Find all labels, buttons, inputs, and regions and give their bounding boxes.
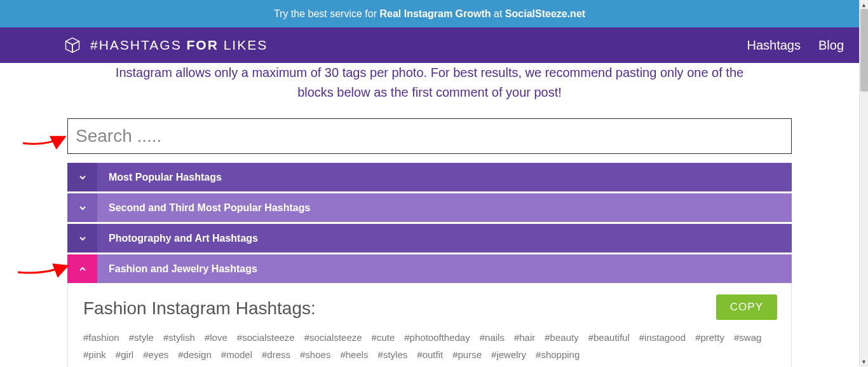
accordion-panel-fashion: COPY Fashion Instagram Hashtags: #fashio… bbox=[67, 283, 792, 367]
hashtag: #design bbox=[178, 346, 212, 363]
accordion-header-most-popular[interactable]: Most Popular Hashtags bbox=[67, 163, 792, 191]
nav-hashtags[interactable]: Hashtags bbox=[747, 38, 801, 53]
hashtag: #fashion bbox=[83, 329, 119, 346]
accordion-label: Fashion and Jewelry Hashtags bbox=[97, 254, 792, 283]
scroll-down-icon[interactable]: ▼ bbox=[861, 357, 867, 367]
hashtag: #stylish bbox=[163, 329, 195, 346]
hashtag: #nails bbox=[480, 329, 505, 346]
promo-banner[interactable]: Try the best service for Real Instagram … bbox=[0, 0, 859, 27]
nav-blog[interactable]: Blog bbox=[818, 38, 844, 53]
hashtag: #model bbox=[221, 346, 252, 363]
hashtag: #heels bbox=[340, 346, 368, 363]
hashtag: #outfit bbox=[417, 346, 443, 363]
scrollbar-thumb[interactable] bbox=[860, 9, 868, 92]
hashtag: #beautiful bbox=[588, 329, 630, 346]
brand[interactable]: #HASHTAGS FOR LIKES bbox=[64, 36, 268, 54]
brand-text: #HASHTAGS FOR LIKES bbox=[90, 38, 268, 53]
intro-text: Instagram allows only a maximum of 30 ta… bbox=[67, 63, 792, 118]
hashtag: #beauty bbox=[545, 329, 578, 346]
chevron-down-icon bbox=[67, 163, 97, 191]
hashtag: #love bbox=[205, 329, 227, 346]
hashtag: #socialsteeze bbox=[304, 329, 362, 346]
hashtag: #styles bbox=[378, 346, 408, 363]
hashtag: #hair bbox=[514, 329, 535, 346]
chevron-down-icon bbox=[67, 193, 97, 222]
accordion-header-fashion[interactable]: Fashion and Jewelry Hashtags bbox=[67, 254, 792, 283]
accordion: Most Popular Hashtags Second and Third M… bbox=[67, 163, 792, 367]
hashtag: #pink bbox=[83, 346, 106, 363]
hashtag: #purse bbox=[452, 346, 482, 363]
search-input[interactable] bbox=[67, 118, 792, 154]
hashtag: #shoes bbox=[300, 346, 330, 363]
hashtag: #socialsteeze bbox=[237, 329, 295, 346]
accordion-label: Most Popular Hashtags bbox=[97, 163, 792, 191]
hashtag: #dress bbox=[262, 346, 290, 363]
chevron-down-icon bbox=[67, 224, 97, 253]
accordion-label: Photography and Art Hashtags bbox=[97, 224, 792, 253]
accordion-header-second-third[interactable]: Second and Third Most Popular Hashtags bbox=[67, 193, 792, 222]
panel-title: Fashion Instagram Hashtags: bbox=[83, 298, 776, 319]
hashtag: #style bbox=[129, 329, 154, 346]
hashtag: #eyes bbox=[143, 346, 168, 363]
hashtag: #jewelry bbox=[491, 346, 526, 363]
nav-links: Hashtags Blog bbox=[747, 38, 844, 53]
hashtag: #swag bbox=[734, 329, 761, 346]
copy-button[interactable]: COPY bbox=[716, 294, 777, 320]
hashtag: #photooftheday bbox=[404, 329, 470, 346]
hashtag-list: #fashion#style#stylish#love#socialsteeze… bbox=[83, 329, 776, 367]
hashtag: #girl bbox=[116, 346, 133, 363]
accordion-header-photography[interactable]: Photography and Art Hashtags bbox=[67, 224, 792, 253]
chevron-up-icon bbox=[67, 254, 97, 283]
hashtag: #cute bbox=[372, 329, 395, 346]
page-scroll[interactable]: Try the best service for Real Instagram … bbox=[0, 0, 859, 367]
hashtag: #instagood bbox=[639, 329, 686, 346]
cube-icon bbox=[64, 36, 81, 54]
hashtag: #shopping bbox=[536, 346, 580, 363]
main-navbar: #HASHTAGS FOR LIKES Hashtags Blog bbox=[0, 27, 859, 63]
hashtag: #pretty bbox=[695, 329, 724, 346]
accordion-label: Second and Third Most Popular Hashtags bbox=[97, 193, 792, 222]
vertical-scrollbar[interactable]: ▲ ▼ bbox=[859, 0, 868, 367]
banner-text: Try the best service for Real Instagram … bbox=[274, 8, 585, 19]
